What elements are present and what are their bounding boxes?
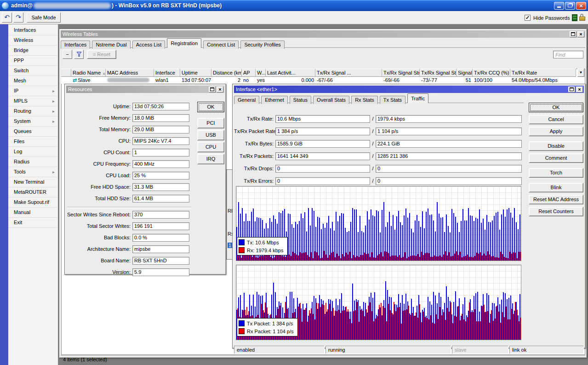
status-slave: slave bbox=[452, 346, 508, 354]
sidebar-item-tools[interactable]: Tools▸ bbox=[8, 167, 57, 177]
submenu-arrow-icon: ▸ bbox=[52, 167, 55, 177]
tx-drops-value: 0 bbox=[275, 165, 370, 173]
apply-button[interactable]: Apply bbox=[529, 127, 583, 136]
blink-button[interactable]: Blink bbox=[529, 183, 583, 192]
undo-button[interactable]: ↶ bbox=[2, 12, 12, 23]
tab-rx-stats[interactable]: Rx Stats bbox=[351, 96, 378, 104]
rx-packet-rate-value: 1 104 p/s bbox=[376, 127, 522, 135]
tab-security-profiles[interactable]: Security Profiles bbox=[240, 41, 284, 49]
comment-button[interactable]: Comment bbox=[529, 153, 583, 163]
sidebar-item-metarouter[interactable]: MetaROUTER bbox=[8, 187, 57, 197]
column-radio-name[interactable]: Radio Name▲ bbox=[71, 69, 106, 77]
resources-maximize-button[interactable] bbox=[209, 87, 216, 93]
column-uptime[interactable]: Uptime bbox=[180, 69, 211, 77]
column-signal[interactable]: Signal... bbox=[457, 69, 473, 77]
column-distance[interactable]: Distance (km) bbox=[211, 69, 242, 77]
sidebar-item-routing[interactable]: Routing▸ bbox=[8, 106, 57, 116]
total-hdd-value: 61.4 MB bbox=[132, 195, 189, 203]
tab-general[interactable]: General bbox=[234, 96, 259, 104]
cpu-button[interactable]: CPU bbox=[197, 142, 224, 152]
traffic-bar bbox=[519, 265, 521, 340]
wireless-maximize-button[interactable] bbox=[570, 31, 577, 37]
close-button[interactable]: × bbox=[576, 2, 586, 10]
reset-counters-button[interactable]: Reset Counters bbox=[529, 207, 583, 216]
column-select[interactable] bbox=[61, 69, 71, 77]
minimize-button[interactable] bbox=[554, 2, 564, 10]
sidebar-item-switch[interactable]: Switch bbox=[8, 66, 57, 76]
free-memory-label: Free Memory: bbox=[66, 114, 131, 122]
irq-button[interactable]: IRQ bbox=[197, 154, 224, 164]
tab-interfaces[interactable]: Interfaces bbox=[61, 41, 90, 49]
tab-ethernet[interactable]: Ethernet bbox=[261, 96, 288, 104]
sidebar-item-ppp[interactable]: PPP bbox=[8, 56, 57, 66]
tab-tx-stats[interactable]: Tx Stats bbox=[380, 96, 405, 104]
safe-mode-button[interactable]: Safe Mode bbox=[27, 12, 61, 23]
tab-nstreme-dual[interactable]: Nstreme Dual bbox=[92, 41, 130, 49]
sidebar-item-system[interactable]: System▸ bbox=[8, 116, 57, 127]
resources-close-button[interactable]: × bbox=[217, 87, 223, 93]
find-input[interactable] bbox=[553, 51, 583, 58]
sidebar-item-bridge[interactable]: Bridge bbox=[8, 46, 57, 56]
sidebar-accent-strip bbox=[0, 24, 8, 365]
cell-radio-name: ⇄Slave bbox=[71, 77, 106, 84]
sidebar-item-interfaces[interactable]: Interfaces bbox=[8, 25, 57, 35]
tab-access-list[interactable]: Access List bbox=[132, 41, 166, 49]
pci-button[interactable]: PCI bbox=[197, 118, 224, 128]
column-chooser-button[interactable]: ▼ bbox=[577, 69, 584, 77]
separator bbox=[67, 207, 191, 209]
redo-button[interactable]: ↷ bbox=[13, 12, 23, 23]
sidebar-item-new-terminal[interactable]: New Terminal bbox=[8, 177, 57, 187]
tab-status[interactable]: Status bbox=[290, 96, 311, 104]
hide-passwords-label: Hide Passwords bbox=[533, 15, 570, 21]
column-last-activity[interactable]: Last Activit... bbox=[266, 69, 315, 77]
wireless-close-button[interactable]: × bbox=[577, 31, 584, 37]
column-signal2[interactable]: Tx/Rx Signal Stre... bbox=[382, 69, 420, 77]
remove-entry-button[interactable]: − bbox=[63, 50, 72, 59]
sidebar-item-ip[interactable]: IP▸ bbox=[8, 86, 57, 96]
tab-connect-list[interactable]: Connect List bbox=[203, 41, 239, 49]
column-interface[interactable]: Interface bbox=[154, 69, 180, 77]
sidebar-item-files[interactable]: Files bbox=[8, 137, 57, 147]
cell-signal: 51 bbox=[457, 77, 473, 84]
undo-icon: ↶ bbox=[4, 13, 10, 21]
cancel-button[interactable]: Cancel bbox=[529, 115, 583, 124]
column-signal1[interactable]: Tx/Rx Signal ... bbox=[315, 69, 382, 77]
tab-overall-stats[interactable]: Overall Stats bbox=[313, 96, 349, 104]
column-rate[interactable]: Tx/Rx Rate bbox=[510, 69, 576, 77]
cell-uptime: 13d 07:50:07 bbox=[180, 77, 211, 84]
column-ap[interactable]: AP bbox=[242, 69, 256, 77]
sidebar-item-queues[interactable]: Queues bbox=[8, 127, 57, 137]
sidebar-item-radius[interactable]: Radius bbox=[8, 157, 57, 167]
column-mac-address[interactable]: MAC Address bbox=[106, 69, 154, 77]
column-wds[interactable]: W... bbox=[256, 69, 266, 77]
sidebar-item-mpls[interactable]: MPLS▸ bbox=[8, 96, 57, 106]
torch-button[interactable]: Torch bbox=[529, 168, 583, 178]
rx-legend-swatch bbox=[239, 247, 245, 253]
txrx-rate-label: Tx/Rx Rate: bbox=[234, 115, 274, 123]
cpu-label: CPU: bbox=[66, 137, 131, 145]
interface-maximize-button[interactable] bbox=[568, 87, 575, 93]
restore-button[interactable] bbox=[565, 2, 575, 10]
sidebar-item-exit[interactable]: Exit bbox=[8, 218, 57, 228]
column-ccq[interactable]: Tx/Rx CCQ (%) bbox=[473, 69, 510, 77]
hide-passwords-checkbox[interactable]: ✓ bbox=[525, 15, 531, 21]
sidebar-item-mesh[interactable]: Mesh bbox=[8, 76, 57, 86]
reset-mac-address-button[interactable]: Reset MAC Address bbox=[529, 195, 583, 204]
tab-traffic[interactable]: Traffic bbox=[407, 93, 428, 103]
sidebar-item-log[interactable]: Log bbox=[8, 147, 57, 157]
interface-close-button[interactable]: × bbox=[576, 87, 583, 93]
filter-button[interactable] bbox=[74, 50, 84, 59]
rx-bytes-value: 224.1 GiB bbox=[376, 140, 522, 148]
tab-registration[interactable]: Registration bbox=[167, 38, 201, 48]
usb-button[interactable]: USB bbox=[197, 130, 224, 140]
submenu-arrow-icon: ▸ bbox=[52, 116, 55, 126]
column-signal3[interactable]: Tx/Rx Signal Stre... bbox=[420, 69, 457, 77]
registration-row[interactable]: ⇄Slave wlan1 13d 07:50:07 2 no yes 0.000… bbox=[61, 77, 576, 84]
resources-ok-button[interactable]: OK bbox=[197, 102, 224, 112]
sidebar-item-wireless[interactable]: Wireless bbox=[8, 35, 57, 46]
sidebar-item-make-supout[interactable]: Make Supout.rif bbox=[8, 197, 57, 208]
interface-ok-button[interactable]: OK bbox=[529, 103, 583, 112]
disable-button[interactable]: Disable bbox=[529, 141, 583, 151]
reset-filter-button[interactable]: ≡Reset bbox=[87, 50, 116, 59]
sidebar-item-manual[interactable]: Manual bbox=[8, 208, 57, 218]
